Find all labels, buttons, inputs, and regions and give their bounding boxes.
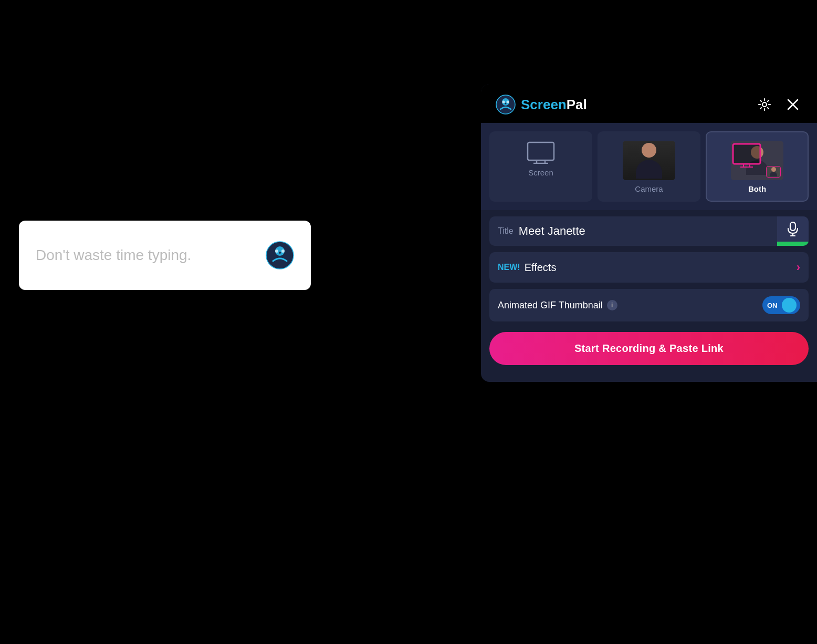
effects-row[interactable]: NEW! Effects › [489, 252, 809, 283]
gif-label-group: Animated GIF Thumbnail i [498, 300, 617, 311]
brand-screen-text: Screen [521, 97, 567, 112]
effects-left: NEW! Effects [498, 262, 556, 274]
brand-logo-group: ScreenPal [496, 95, 587, 115]
mode-both-option[interactable]: Both [706, 131, 809, 202]
screen-mode-label: Screen [528, 168, 553, 177]
title-field: Title [489, 217, 777, 245]
start-recording-button[interactable]: Start Recording & Paste Link [489, 332, 809, 365]
microphone-icon [787, 222, 799, 236]
title-row: Title [489, 216, 809, 246]
screenpal-brand-icon [496, 95, 516, 115]
brand-name: ScreenPal [521, 97, 587, 113]
svg-point-10 [762, 102, 767, 107]
title-input[interactable] [519, 224, 769, 238]
card-placeholder-text: Don't waste time typing. [36, 247, 191, 264]
svg-rect-13 [528, 142, 554, 160]
svg-point-3 [281, 250, 285, 253]
svg-point-8 [507, 101, 509, 103]
toggle-knob [782, 298, 797, 313]
brand-pal-text: Pal [567, 97, 587, 112]
gear-icon [758, 98, 771, 111]
effects-label: Effects [525, 262, 557, 274]
camera-mode-label: Camera [635, 184, 663, 193]
gif-thumbnail-label: Animated GIF Thumbnail [498, 300, 603, 311]
gif-thumbnail-row: Animated GIF Thumbnail i ON [489, 289, 809, 321]
effects-chevron-icon: › [797, 261, 800, 274]
mic-button[interactable] [777, 216, 809, 246]
close-icon [787, 99, 799, 110]
both-preview-thumb [731, 141, 783, 180]
settings-button[interactable] [755, 95, 774, 114]
svg-point-2 [275, 250, 278, 253]
mic-active-bar [777, 242, 809, 246]
typing-shortcut-card: Don't waste time typing. [19, 221, 311, 290]
title-label: Title [498, 226, 514, 236]
gif-toggle[interactable]: ON [762, 296, 800, 314]
svg-point-4 [279, 252, 281, 254]
svg-point-7 [502, 101, 505, 103]
effects-new-badge: NEW! [498, 263, 520, 272]
toggle-on-label: ON [764, 302, 781, 309]
mode-screen-option[interactable]: Screen [489, 131, 592, 202]
mic-icon-area [777, 216, 809, 242]
screenpal-panel: ScreenPal [481, 84, 817, 382]
header-controls [755, 95, 802, 114]
close-button[interactable] [783, 95, 802, 114]
mode-selector: Screen Camera [481, 123, 817, 210]
screenpal-logo-small-icon [266, 241, 294, 269]
camera-preview-thumb [623, 141, 675, 180]
gif-info-icon[interactable]: i [607, 300, 617, 310]
camera-person-preview [623, 141, 675, 180]
both-mode-label: Both [748, 184, 766, 193]
panel-header: ScreenPal [481, 84, 817, 123]
mode-camera-option[interactable]: Camera [598, 131, 700, 202]
svg-rect-17 [733, 144, 760, 164]
svg-rect-21 [790, 222, 795, 231]
screen-mode-icon [526, 141, 556, 164]
svg-point-9 [505, 103, 507, 105]
